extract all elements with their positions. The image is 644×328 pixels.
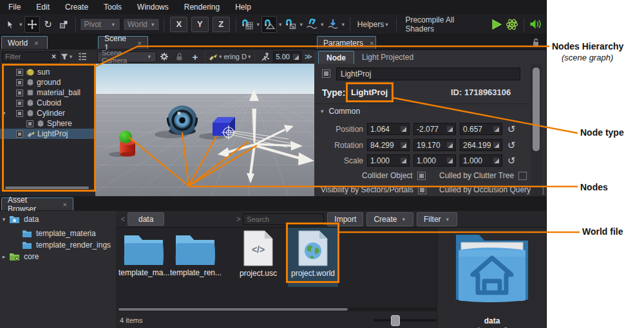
close-icon[interactable]: ×	[63, 201, 67, 208]
expander-icon[interactable]: ▾	[0, 216, 8, 223]
menu-help[interactable]: Help	[228, 0, 258, 14]
node-enabled-checkbox[interactable]	[322, 69, 330, 78]
subtab-node[interactable]: Node	[318, 51, 354, 64]
node-enabled-checkbox[interactable]	[16, 79, 23, 86]
file-tile-project-world[interactable]: project.world	[288, 228, 338, 287]
culled-by-clutter-tree-checkbox[interactable]: Culled by Clutter Tree	[439, 171, 527, 180]
drag-grip-icon[interactable]	[447, 126, 453, 132]
drag-grip-icon[interactable]	[401, 158, 406, 163]
node-row-cuboid[interactable]: Cuboid	[0, 98, 95, 108]
slider-handle[interactable]	[391, 315, 400, 326]
snap-angle-button[interactable]	[261, 16, 277, 33]
tab-world[interactable]: World×	[1, 36, 48, 49]
pivot-dropdown[interactable]: Pivot▾	[80, 18, 120, 31]
reset-rotation-button[interactable]: ↺	[507, 140, 516, 150]
menu-windows[interactable]: Windows	[130, 0, 176, 14]
select-tool-caret[interactable]: ▾	[19, 21, 23, 28]
rotate-tool-button[interactable]: ↻	[41, 17, 55, 32]
camera-speed-field[interactable]: 5.00	[273, 51, 301, 62]
drag-grip-icon[interactable]	[447, 158, 453, 163]
snap-terrain-button[interactable]	[305, 17, 319, 32]
file-tile-template-ma[interactable]: template_ma...	[118, 229, 169, 277]
search-input[interactable]	[243, 214, 324, 225]
expander-icon[interactable]: ▸	[0, 253, 8, 260]
node-enabled-checkbox[interactable]	[16, 131, 23, 138]
precompile-shaders-button[interactable]: Precompile All Shaders	[401, 17, 488, 32]
collider-object-checkbox[interactable]: Collider Object	[362, 171, 426, 180]
position-x-field[interactable]: 1.064	[367, 123, 410, 135]
drag-grip-icon[interactable]	[493, 158, 499, 163]
rotation-z-field[interactable]: 264.199	[460, 139, 502, 151]
subtab-light-projected[interactable]: Light Projected	[354, 51, 421, 64]
section-expander-icon[interactable]: ▾	[321, 108, 324, 114]
tab-parameters[interactable]: Parameters×	[317, 36, 376, 49]
file-grid-hscroll-thumb[interactable]	[118, 308, 348, 311]
drag-grip-icon[interactable]	[493, 142, 499, 148]
back-button[interactable]: <	[118, 215, 128, 224]
scale-x-field[interactable]: 1.000	[367, 154, 410, 167]
drag-grip-icon[interactable]	[447, 142, 453, 148]
close-icon[interactable]: ×	[138, 39, 142, 47]
node-row-sun[interactable]: sun	[0, 67, 95, 77]
hierarchy-view-button[interactable]	[75, 51, 90, 62]
node-enabled-checkbox[interactable]	[16, 100, 23, 107]
snap-surface-button[interactable]	[284, 17, 298, 32]
breadcrumb[interactable]: data	[128, 212, 164, 226]
parameters-scrollbar[interactable]	[531, 64, 542, 196]
axis-z-button[interactable]: Z	[213, 17, 230, 32]
file-tile-project-usc[interactable]: </> project.usc	[233, 229, 283, 278]
node-enabled-checkbox[interactable]	[16, 110, 23, 117]
scene-object-material-ball[interactable]	[167, 105, 197, 135]
reset-scale-button[interactable]: ↺	[507, 156, 516, 165]
close-icon[interactable]: ×	[34, 39, 38, 47]
close-icon[interactable]: ×	[370, 39, 374, 47]
space-dropdown[interactable]: World▾	[123, 18, 160, 31]
drag-grip-icon[interactable]	[493, 126, 499, 132]
menu-file[interactable]: File	[1, 0, 28, 14]
sound-button[interactable]	[529, 17, 543, 32]
drag-grip-icon[interactable]	[293, 54, 299, 60]
rotation-x-field[interactable]: 84.299	[367, 139, 410, 151]
filter-options-button[interactable]: ▾	[60, 51, 74, 62]
snap-angle-caret[interactable]: ▾	[279, 21, 282, 28]
node-row-ground[interactable]: ground	[0, 77, 95, 87]
menu-rendering[interactable]: Rendering	[177, 0, 227, 14]
scrollbar-thumb[interactable]	[533, 68, 540, 151]
drop-to-ground-button[interactable]	[326, 17, 340, 32]
tree-item-template-materia[interactable]: template_materia	[0, 228, 116, 239]
axis-x-button[interactable]: X	[170, 17, 187, 32]
node-enabled-checkbox[interactable]	[26, 120, 33, 127]
scale-tool-button[interactable]	[57, 17, 71, 32]
file-tile-template-ren[interactable]: template_ren...	[170, 229, 220, 277]
filter-dropdown[interactable]: Filter▾	[417, 212, 457, 226]
node-name-input[interactable]	[336, 68, 520, 80]
move-tool-button[interactable]	[24, 16, 40, 33]
reset-position-button[interactable]: ↺	[507, 124, 516, 134]
file-grid[interactable]: template_ma... template_ren... </> proje…	[116, 228, 437, 311]
tab-scene-1[interactable]: Scene 1×	[98, 36, 148, 49]
camera-speed-button[interactable]	[258, 51, 272, 62]
culled-by-occlusion-query-checkbox[interactable]: Culled by Occlusion Query	[439, 185, 544, 194]
position-y-field[interactable]: -2.077	[413, 123, 456, 135]
snap-grid-button[interactable]	[240, 17, 254, 32]
snap-surface-caret[interactable]: ▾	[300, 21, 303, 28]
forward-button[interactable]: >	[234, 215, 243, 224]
snap-terrain-caret[interactable]: ▾	[321, 21, 324, 28]
menu-create[interactable]: Create	[58, 0, 95, 14]
rendering-debug-dropdown[interactable]: ering D	[223, 53, 246, 60]
menu-edit[interactable]: Edit	[29, 0, 57, 14]
tree-item-data[interactable]: ▾ data	[0, 214, 116, 225]
clear-filter-icon[interactable]: ×	[52, 52, 56, 61]
rotation-y-field[interactable]: 19.170	[413, 139, 456, 151]
camera-settings-button[interactable]	[157, 51, 171, 62]
node-row-sphere[interactable]: Sphere	[0, 118, 95, 129]
node-row-lightproj[interactable]: LightProj	[0, 129, 95, 139]
node-enabled-checkbox[interactable]	[16, 69, 23, 76]
viewport-3d[interactable]	[95, 64, 314, 196]
node-row-cylinder[interactable]: ▾ Cylinder	[0, 108, 95, 118]
visibility-by-sectors-checkbox[interactable]: Visibility by Sectors/Portals	[321, 185, 426, 194]
node-enabled-checkbox[interactable]	[16, 89, 23, 96]
position-z-field[interactable]: 0.657	[460, 123, 502, 135]
rendering-debug-caret[interactable]: ▾	[248, 53, 251, 60]
create-dropdown[interactable]: Create▾	[366, 212, 413, 226]
